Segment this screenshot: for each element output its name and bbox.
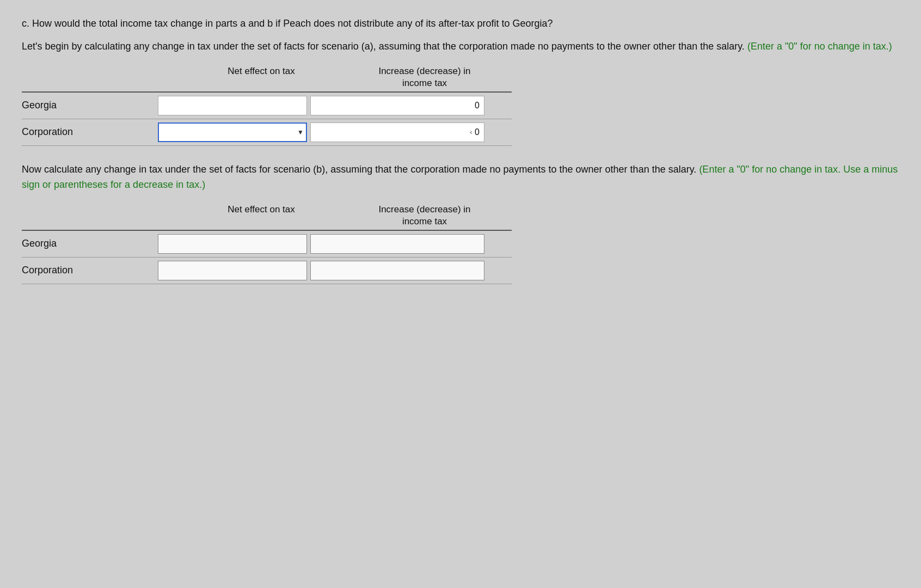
georgia-increase-cell: 0 — [310, 96, 484, 115]
corporation-net-effect-select[interactable]: Increase Decrease No change — [158, 122, 307, 142]
table-row: Georgia 0 — [22, 93, 512, 119]
table-row: Georgia — [22, 231, 512, 258]
b-georgia-label: Georgia — [22, 238, 158, 249]
scenario-a-table-section: Net effect on tax Increase (decrease) in… — [22, 65, 899, 146]
scenario-b-header-row: Net effect on tax Increase (decrease) in… — [22, 204, 512, 228]
table-row: Corporation — [22, 258, 512, 284]
scenario-b-col-label-header — [49, 204, 185, 228]
table-row: Corporation Increase Decrease No change … — [22, 119, 512, 146]
scenario-b-description: Now calculate any change in tax under th… — [22, 162, 899, 193]
b-corporation-increase-input[interactable] — [310, 261, 484, 280]
corporation-label: Corporation — [22, 126, 158, 138]
b-corporation-net-effect-input[interactable] — [158, 261, 307, 280]
georgia-net-effect-input[interactable] — [158, 96, 307, 115]
scenario-a-col-increase-header: Increase (decrease) in income tax — [337, 65, 512, 89]
scenario-b-col-increase-header: Increase (decrease) in income tax — [337, 204, 512, 228]
b-georgia-net-effect-cell — [158, 234, 310, 254]
corporation-net-effect-cell: Increase Decrease No change ▼ — [158, 122, 310, 142]
scenario-b-col-net-header: Net effect on tax — [185, 204, 337, 228]
corporation-net-effect-select-wrapper: Increase Decrease No change ▼ — [158, 122, 307, 142]
b-corporation-increase-cell — [310, 261, 484, 280]
georgia-increase-display: 0 — [310, 96, 484, 115]
b-georgia-increase-cell — [310, 234, 484, 254]
scenario-a-header-row: Net effect on tax Increase (decrease) in… — [22, 65, 512, 89]
corporation-increase-display: ‹ 0 — [310, 122, 484, 142]
b-corporation-label: Corporation — [22, 265, 158, 276]
georgia-net-effect-cell — [158, 96, 310, 115]
scenario-b-table-section: Net effect on tax Increase (decrease) in… — [22, 204, 899, 284]
question-c-section: c. How would the total income tax change… — [22, 16, 899, 54]
question-c-text: c. How would the total income tax change… — [22, 16, 899, 32]
scenario-a-col-net-header: Net effect on tax — [185, 65, 337, 89]
georgia-label: Georgia — [22, 100, 158, 111]
scenario-a-col-label-header — [49, 65, 185, 89]
b-corporation-net-effect-cell — [158, 261, 310, 280]
scenario-b-table-wrapper: Net effect on tax Increase (decrease) in… — [22, 204, 512, 284]
scenario-a-table-grid: Georgia 0 Corporation — [22, 91, 512, 146]
scenario-a-intro: Let's begin by calculating any change in… — [22, 39, 899, 54]
scenario-a-table-wrapper: Net effect on tax Increase (decrease) in… — [22, 65, 512, 146]
b-georgia-net-effect-input[interactable] — [158, 234, 307, 254]
corporation-increase-cell: ‹ 0 — [310, 122, 484, 142]
b-georgia-increase-input[interactable] — [310, 234, 484, 254]
scenario-b-table-grid: Georgia Corporation — [22, 230, 512, 284]
